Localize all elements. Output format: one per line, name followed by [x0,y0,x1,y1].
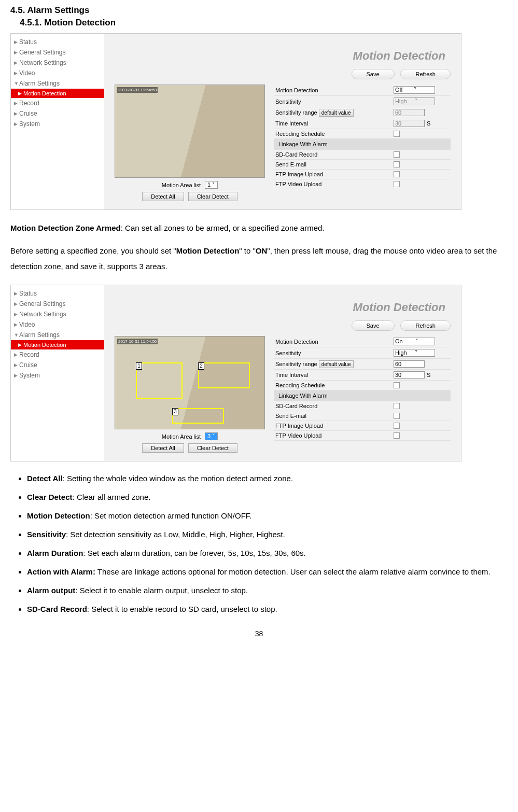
send-email-label: Send E-mail [274,161,394,167]
sensitivity-label: Sensitivity [274,350,394,356]
motion-area-list-label: Motion Area list [162,182,201,188]
motion-detection-select[interactable]: Off ˅ [394,86,435,94]
chevron-right-icon: ▶ [14,60,19,65]
sidebar-item-general[interactable]: ▶General Settings [11,299,104,309]
sidebar-item-status[interactable]: ▶Status [11,37,104,47]
motion-detection-label: Motion Detection [274,339,394,345]
motion-detection-select[interactable]: On ˅ [394,338,435,345]
chevron-right-icon: ▶ [14,373,19,378]
save-button[interactable]: Save [352,320,395,331]
sidebar-item-motion-detection[interactable]: ▶Motion Detection [11,89,104,98]
zone-label-3: 3 [172,408,178,415]
recoding-schedule-label: Recoding Schedule [274,382,394,388]
sidebar-item-system[interactable]: ▶System [11,370,104,381]
sensitivity-range-input[interactable]: 60 [394,360,425,368]
sidebar-item-cruise[interactable]: ▶Cruise [11,108,104,119]
list-item: Motion Detection: Set motion detection a… [27,508,508,524]
sidebar-item-general[interactable]: ▶General Settings [11,47,104,58]
sd-card-checkbox[interactable] [394,403,400,409]
main-panel: Motion Detection Save Refresh 2017-10-31… [104,34,461,209]
save-button[interactable]: Save [352,69,395,79]
sd-card-checkbox[interactable] [394,151,400,158]
ftp-image-checkbox[interactable] [394,171,400,177]
sensitivity-range-label: Sensitivity range default value [274,109,394,116]
sidebar-item-system[interactable]: ▶System [11,119,104,129]
sd-card-label: SD-Card Record [274,151,394,158]
default-value-button[interactable]: default value [319,109,354,117]
motion-area-list-select[interactable]: 3 ˅ [205,432,218,440]
sidebar-item-video[interactable]: ▶Video [11,319,104,330]
motion-area-list-label: Motion Area list [162,433,201,440]
send-email-checkbox[interactable] [394,413,400,419]
main-panel: Motion Detection Save Refresh 2017-10-31… [104,285,461,461]
ftp-video-checkbox[interactable] [394,432,400,439]
send-email-checkbox[interactable] [394,161,400,167]
clear-detect-button[interactable]: Clear Detect [188,443,237,453]
list-item: Sensitivity: Set detection sensitivity a… [27,527,508,542]
time-interval-label: Time Interval [274,120,394,127]
subsection-heading: 4.5.1. Motion Detection [20,18,508,28]
sidebar-item-network[interactable]: ▶Network Settings [11,309,104,319]
zone-label-1: 1 [136,362,142,370]
sensitivity-select[interactable]: High ˅ [394,97,435,105]
sensitivity-range-label: Sensitivity range default value [274,361,394,367]
sensitivity-range-input[interactable]: 60 [394,109,425,116]
ftp-image-checkbox[interactable] [394,423,400,429]
settings-panel: Motion DetectionOff ˅ SensitivityHigh ˅ … [274,85,451,204]
linkage-header: Linkage With Alarm [277,393,447,399]
screenshot-2: ▶Status ▶General Settings ▶Network Setti… [10,285,461,461]
ftp-video-checkbox[interactable] [394,181,400,187]
send-email-label: Send E-mail [274,413,394,419]
chevron-right-icon: ▶ [18,91,23,96]
sidebar-item-alarm[interactable]: ▼Alarm Settings [11,330,104,340]
chevron-right-icon: ▶ [14,50,19,55]
sidebar-item-cruise[interactable]: ▶Cruise [11,360,104,370]
zone-box-2[interactable]: 2 [198,362,250,388]
video-frame[interactable]: 2017-10-31 11:54:53 [115,85,265,178]
sidebar-item-motion-detection[interactable]: ▶Motion Detection [11,340,104,349]
video-frame[interactable]: 2017-10-31 11:54:56 1 2 3 [115,336,265,429]
time-interval-input[interactable]: 30 [394,120,425,127]
video-timestamp: 2017-10-31 11:54:56 [117,339,158,344]
linkage-header: Linkage With Alarm [277,141,447,147]
sidebar: ▶Status ▶General Settings ▶Network Setti… [11,285,104,461]
refresh-button[interactable]: Refresh [400,320,451,331]
video-timestamp: 2017-10-31 11:54:53 [117,87,158,93]
clear-detect-button[interactable]: Clear Detect [188,192,237,201]
list-item: SD-Card Record: Select it to enable reco… [27,601,508,617]
settings-panel: Motion DetectionOn ˅ SensitivityHigh ˅ S… [274,336,451,456]
list-item: Clear Detect: Clear all armed zone. [27,489,508,505]
sensitivity-select[interactable]: High ˅ [394,349,435,357]
ftp-image-label: FTP Image Upload [274,171,394,177]
detect-all-button[interactable]: Detect All [142,192,184,201]
sidebar-item-record[interactable]: ▶Record [11,349,104,360]
action-bar: Save Refresh [104,67,461,85]
chevron-right-icon: ▶ [14,312,19,317]
chevron-right-icon: ▶ [14,362,19,368]
motion-area-list-select[interactable]: 1 ˅ [205,181,218,189]
chevron-right-icon: ▶ [14,352,19,357]
time-interval-input[interactable]: 30 [394,371,425,379]
time-interval-unit: S [427,120,430,127]
list-item: Alarm output: Select it to enable alarm … [27,583,508,598]
recoding-schedule-checkbox[interactable] [394,131,400,137]
default-value-button[interactable]: default value [319,360,354,368]
page-title: Motion Detection [104,34,461,67]
chevron-right-icon: ▶ [14,322,19,327]
chevron-down-icon: ▼ [14,332,19,338]
detect-all-button[interactable]: Detect All [142,443,184,453]
recoding-schedule-checkbox[interactable] [394,382,400,388]
zone-box-1[interactable]: 1 [136,362,183,399]
sidebar-item-status[interactable]: ▶Status [11,288,104,299]
sidebar-item-alarm[interactable]: ▼Alarm Settings [11,78,104,89]
sensitivity-label: Sensitivity [274,99,394,105]
sidebar-item-network[interactable]: ▶Network Settings [11,58,104,68]
refresh-button[interactable]: Refresh [400,69,451,79]
section-heading: 4.5. Alarm Settings [10,5,508,16]
sidebar-item-video[interactable]: ▶Video [11,68,104,78]
chevron-right-icon: ▶ [14,39,19,45]
sidebar-item-record[interactable]: ▶Record [11,98,104,108]
zone-box-3[interactable]: 3 [172,408,224,424]
chevron-right-icon: ▶ [14,111,19,116]
body-text-1: Motion Detection Zone Armed: Can set all… [10,220,508,274]
